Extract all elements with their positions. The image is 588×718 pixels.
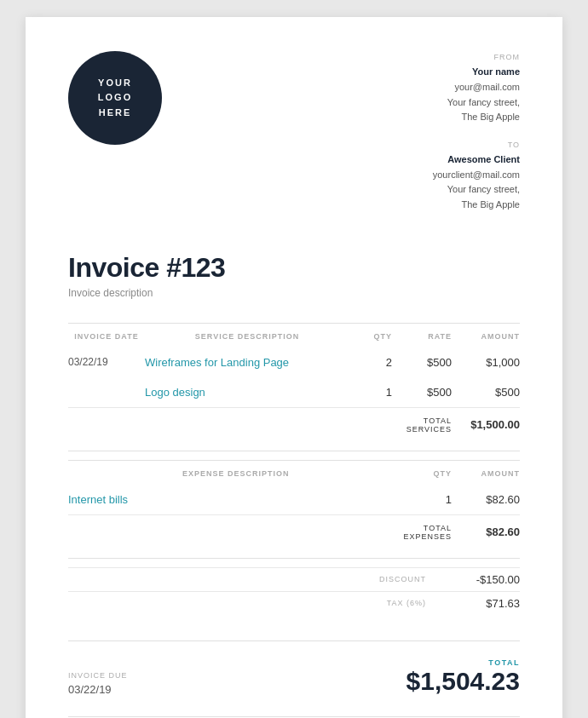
col-expense-amount-header: AMOUNT	[452, 460, 520, 485]
expense-qty-1: 1	[403, 485, 452, 515]
invoice-title: Invoice #123	[68, 252, 520, 284]
tax-row: TAX (6%) $71.63	[68, 591, 520, 615]
tax-label: TAX (6%)	[387, 599, 426, 607]
to-label: TO	[433, 139, 520, 151]
logo-line3: HERE	[99, 106, 132, 121]
expenses-total-label: TOTAL EXPENSES	[403, 514, 452, 549]
from-to-block: FROM Your name your@mail.com Your fancy …	[433, 51, 520, 227]
discount-value: -$150.00	[452, 573, 520, 586]
col-amount-header: AMOUNT	[452, 323, 520, 348]
service-row-2: Logo design 1 $500 $500	[68, 377, 520, 408]
to-street: Your fancy street,	[433, 182, 520, 198]
col-date-header: INVOICE DATE	[68, 323, 145, 348]
to-city: The Big Apple	[433, 198, 520, 213]
to-name: Awesome Client	[433, 152, 520, 168]
invoice-date: 03/22/19	[68, 348, 145, 377]
services-total-row: TOTAL SERVICES $1,500.00	[68, 407, 520, 442]
invoice-due-label: INVOICE DUE	[68, 671, 128, 680]
tax-value: $71.63	[452, 597, 520, 610]
discount-row: DISCOUNT -$150.00	[68, 567, 520, 591]
invoice-description: Invoice description	[68, 287, 520, 299]
from-city: The Big Apple	[433, 110, 520, 125]
logo-line2: LOGO	[98, 90, 132, 106]
services-total-value: $1,500.00	[452, 407, 520, 442]
discount-label: DISCOUNT	[379, 575, 426, 583]
to-email: yourclient@mail.com	[433, 168, 520, 183]
col-service-header: SERVICE DESCRIPTION	[145, 323, 349, 348]
from-label: FROM	[433, 51, 520, 63]
services-table: INVOICE DATE SERVICE DESCRIPTION QTY RAT…	[68, 323, 520, 442]
col-expense-qty-header: QTY	[403, 460, 452, 485]
divider-1	[68, 451, 520, 451]
to-section: TO Awesome Client yourclient@mail.com Yo…	[433, 139, 520, 213]
invoice-header: YOUR LOGO HERE FROM Your name your@mail.…	[68, 51, 520, 227]
services-total-label: TOTAL SERVICES	[392, 407, 452, 442]
total-block: TOTAL $1,504.23	[406, 658, 520, 696]
expense-row-1: Internet bills 1 $82.60	[68, 485, 520, 515]
service-desc-1: Wireframes for Landing Page	[145, 348, 349, 377]
expenses-table: EXPENSE DESCRIPTION QTY AMOUNT Internet …	[68, 460, 520, 549]
service-desc-2: Logo design	[145, 377, 349, 408]
col-expense-desc-header: EXPENSE DESCRIPTION	[68, 460, 403, 485]
service-rate-2: $500	[392, 377, 452, 408]
expenses-total-row: TOTAL EXPENSES $82.60	[68, 514, 520, 549]
service-row-1: 03/22/19 Wireframes for Landing Page 2 $…	[68, 348, 520, 377]
from-email: your@mail.com	[433, 80, 520, 95]
service-qty-1: 2	[349, 348, 392, 377]
service-qty-2: 1	[349, 377, 392, 408]
service-rate-1: $500	[392, 348, 452, 377]
expense-desc-1: Internet bills	[68, 485, 403, 515]
logo: YOUR LOGO HERE	[68, 51, 162, 145]
expenses-total-value: $82.60	[452, 514, 520, 549]
logo-line1: YOUR	[98, 76, 132, 91]
total-main-label: TOTAL	[406, 658, 520, 667]
service-amount-2: $500	[452, 377, 520, 408]
invoice-title-section: Invoice #123 Invoice description	[68, 252, 520, 299]
from-section: FROM Your name your@mail.com Your fancy …	[433, 51, 520, 125]
col-rate-header: RATE	[392, 323, 452, 348]
invoice-due-date: 03/22/19	[68, 683, 128, 696]
from-street: Your fancy street,	[433, 95, 520, 111]
service-date-blank	[68, 377, 145, 408]
divider-2	[68, 558, 520, 559]
invoice-due-block: INVOICE DUE 03/22/19	[68, 671, 128, 696]
from-name: Your name	[433, 65, 520, 80]
invoice-page: YOUR LOGO HERE FROM Your name your@mail.…	[26, 17, 562, 718]
expense-amount-1: $82.60	[452, 485, 520, 515]
footer-section: INVOICE DUE 03/22/19 TOTAL $1,504.23	[68, 640, 520, 696]
col-qty-header: QTY	[349, 323, 392, 348]
service-amount-1: $1,000	[452, 348, 520, 377]
total-main-amount: $1,504.23	[406, 667, 520, 696]
